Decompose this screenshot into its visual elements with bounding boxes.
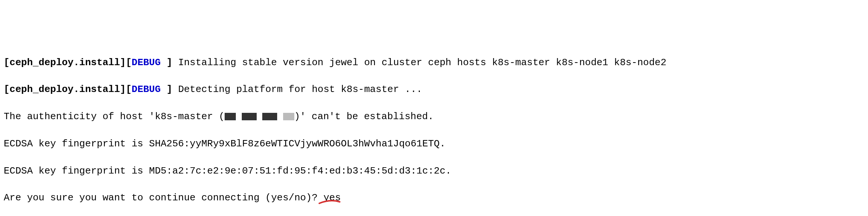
log-text: The authenticity of host 'k8s-master ( bbox=[4, 111, 225, 122]
log-line: [ceph_deploy.install][DEBUG ] Installing… bbox=[4, 56, 864, 69]
log-line: ECDSA key fingerprint is SHA256:yyMRy9xB… bbox=[4, 137, 864, 150]
log-module: ceph_deploy.install bbox=[10, 84, 120, 95]
bracket: ] bbox=[167, 84, 178, 95]
bracket: [ bbox=[4, 84, 10, 95]
redacted-ip bbox=[242, 113, 257, 120]
redacted-ip bbox=[225, 113, 236, 120]
log-line: ECDSA key fingerprint is MD5:a2:7c:e2:9e… bbox=[4, 164, 864, 178]
log-message: Detecting platform for host k8s-master .… bbox=[178, 84, 422, 95]
log-line: The authenticity of host 'k8s-master ( )… bbox=[4, 110, 864, 123]
log-level-debug: DEBUG bbox=[132, 84, 167, 95]
redacted-ip bbox=[262, 113, 277, 120]
bracket: ] bbox=[167, 57, 178, 68]
log-line: Are you sure you want to continue connec… bbox=[4, 191, 864, 204]
bracket: ][ bbox=[120, 84, 132, 95]
log-message: Installing stable version jewel on clust… bbox=[178, 57, 666, 68]
log-module: ceph_deploy.install bbox=[10, 57, 120, 68]
bracket: [ bbox=[4, 57, 10, 68]
log-level-debug: DEBUG bbox=[132, 57, 167, 68]
log-line: [ceph_deploy.install][DEBUG ] Detecting … bbox=[4, 83, 864, 96]
redacted-ip bbox=[283, 113, 294, 120]
bracket: ][ bbox=[120, 57, 132, 68]
log-text: )' can't be established. bbox=[294, 111, 434, 122]
